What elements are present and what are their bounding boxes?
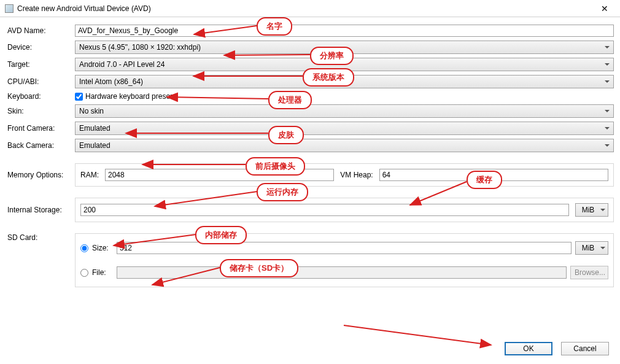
ok-button[interactable]: OK	[505, 342, 552, 355]
sd-file-radio[interactable]	[80, 269, 88, 277]
memory-options-label: Memory Options:	[6, 171, 75, 179]
hw-keyboard-text: Hardware keyboard present	[85, 92, 176, 101]
internal-storage-unit-value: MiB	[582, 206, 595, 214]
browse-button: Browse...	[570, 266, 608, 279]
device-select[interactable]: Nexus 5 (4.95", 1080 × 1920: xxhdpi)	[75, 41, 614, 54]
skin-select[interactable]: No skin	[75, 104, 614, 118]
form-content: AVD Name: Device: Nexus 5 (4.95", 1080 ×…	[0, 17, 620, 297]
sd-card-label: SD Card:	[6, 233, 75, 242]
target-value: Android 7.0 - API Level 24	[79, 60, 165, 69]
internal-storage-group: MiB	[75, 198, 614, 222]
svg-line-10	[344, 325, 491, 345]
ram-label: RAM:	[80, 171, 99, 179]
internal-storage-unit-select[interactable]: MiB	[575, 203, 608, 217]
vm-heap-label: VM Heap:	[340, 171, 373, 179]
sd-size-unit-value: MiB	[582, 244, 595, 252]
skin-label: Skin:	[6, 107, 75, 115]
avd-name-input[interactable]	[75, 25, 614, 37]
cpu-abi-value: Intel Atom (x86_64)	[79, 77, 143, 86]
keyboard-label: Keyboard:	[6, 92, 75, 101]
target-select[interactable]: Android 7.0 - API Level 24	[75, 58, 614, 71]
cpu-abi-select[interactable]: Intel Atom (x86_64)	[75, 75, 614, 88]
front-camera-label: Front Camera:	[6, 124, 75, 133]
avd-name-label: AVD Name:	[6, 26, 75, 35]
sd-size-unit-select[interactable]: MiB	[575, 241, 608, 255]
window-title: Create new Android Virtual Device (AVD)	[17, 4, 594, 13]
hw-keyboard-checkbox[interactable]	[75, 93, 83, 101]
back-camera-value: Emulated	[79, 141, 110, 150]
vm-heap-input[interactable]	[379, 169, 608, 181]
ram-input[interactable]	[105, 169, 334, 181]
button-bar: OK Cancel	[505, 342, 609, 355]
target-label: Target:	[6, 60, 75, 69]
sd-card-group: Size: MiB File: Browse...	[75, 233, 614, 287]
skin-value: No skin	[79, 107, 104, 115]
sd-size-radio-label: Size:	[92, 244, 113, 252]
cancel-button[interactable]: Cancel	[561, 342, 609, 355]
internal-storage-label: Internal Storage:	[6, 206, 75, 214]
cpu-abi-label: CPU/ABI:	[6, 77, 75, 86]
back-camera-label: Back Camera:	[6, 141, 75, 150]
title-bar: Create new Android Virtual Device (AVD) …	[0, 0, 620, 17]
front-camera-select[interactable]: Emulated	[75, 122, 614, 135]
memory-group: RAM: VM Heap:	[75, 163, 614, 187]
device-label: Device:	[6, 43, 75, 52]
app-icon	[5, 4, 14, 13]
close-icon[interactable]: ✕	[594, 2, 615, 15]
back-camera-select[interactable]: Emulated	[75, 139, 614, 152]
internal-storage-input[interactable]	[80, 204, 569, 216]
sd-size-input[interactable]	[117, 242, 572, 254]
sd-file-radio-label: File:	[92, 268, 113, 277]
sd-file-input	[117, 266, 567, 279]
device-value: Nexus 5 (4.95", 1080 × 1920: xxhdpi)	[79, 43, 201, 52]
front-camera-value: Emulated	[79, 124, 110, 133]
sd-size-radio[interactable]	[80, 244, 88, 252]
